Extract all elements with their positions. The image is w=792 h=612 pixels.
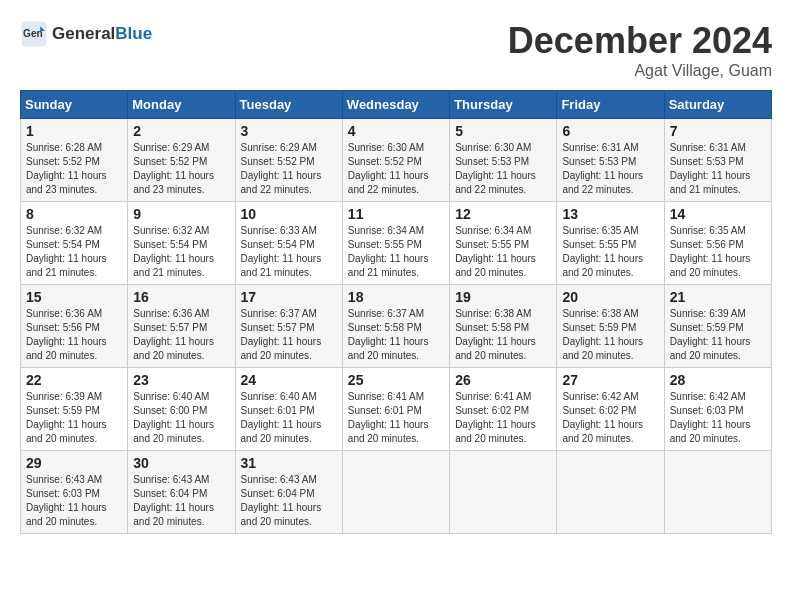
day-number: 24 bbox=[241, 372, 337, 388]
day-header-friday: Friday bbox=[557, 91, 664, 119]
location-title: Agat Village, Guam bbox=[508, 62, 772, 80]
calendar-cell: 17Sunrise: 6:37 AMSunset: 5:57 PMDayligh… bbox=[235, 285, 342, 368]
calendar-cell: 16Sunrise: 6:36 AMSunset: 5:57 PMDayligh… bbox=[128, 285, 235, 368]
day-header-thursday: Thursday bbox=[450, 91, 557, 119]
day-number: 27 bbox=[562, 372, 658, 388]
day-number: 2 bbox=[133, 123, 229, 139]
calendar-cell: 6Sunrise: 6:31 AMSunset: 5:53 PMDaylight… bbox=[557, 119, 664, 202]
cell-content: Sunrise: 6:34 AMSunset: 5:55 PMDaylight:… bbox=[348, 224, 444, 280]
day-number: 26 bbox=[455, 372, 551, 388]
calendar-week-4: 29Sunrise: 6:43 AMSunset: 6:03 PMDayligh… bbox=[21, 451, 772, 534]
day-number: 14 bbox=[670, 206, 766, 222]
day-number: 11 bbox=[348, 206, 444, 222]
logo-text: GeneralBlue bbox=[52, 24, 152, 44]
day-header-tuesday: Tuesday bbox=[235, 91, 342, 119]
cell-content: Sunrise: 6:37 AMSunset: 5:58 PMDaylight:… bbox=[348, 307, 444, 363]
calendar-cell: 22Sunrise: 6:39 AMSunset: 5:59 PMDayligh… bbox=[21, 368, 128, 451]
calendar-cell: 2Sunrise: 6:29 AMSunset: 5:52 PMDaylight… bbox=[128, 119, 235, 202]
cell-content: Sunrise: 6:35 AMSunset: 5:55 PMDaylight:… bbox=[562, 224, 658, 280]
logo: Gen GeneralBlue bbox=[20, 20, 152, 48]
day-number: 25 bbox=[348, 372, 444, 388]
day-number: 20 bbox=[562, 289, 658, 305]
cell-content: Sunrise: 6:43 AMSunset: 6:04 PMDaylight:… bbox=[133, 473, 229, 529]
cell-content: Sunrise: 6:32 AMSunset: 5:54 PMDaylight:… bbox=[133, 224, 229, 280]
cell-content: Sunrise: 6:39 AMSunset: 5:59 PMDaylight:… bbox=[26, 390, 122, 446]
day-number: 18 bbox=[348, 289, 444, 305]
calendar-cell bbox=[664, 451, 771, 534]
day-number: 22 bbox=[26, 372, 122, 388]
day-header-saturday: Saturday bbox=[664, 91, 771, 119]
day-number: 15 bbox=[26, 289, 122, 305]
day-number: 17 bbox=[241, 289, 337, 305]
day-number: 10 bbox=[241, 206, 337, 222]
cell-content: Sunrise: 6:33 AMSunset: 5:54 PMDaylight:… bbox=[241, 224, 337, 280]
calendar-week-2: 15Sunrise: 6:36 AMSunset: 5:56 PMDayligh… bbox=[21, 285, 772, 368]
calendar-cell: 25Sunrise: 6:41 AMSunset: 6:01 PMDayligh… bbox=[342, 368, 449, 451]
calendar-cell: 31Sunrise: 6:43 AMSunset: 6:04 PMDayligh… bbox=[235, 451, 342, 534]
day-number: 13 bbox=[562, 206, 658, 222]
day-number: 7 bbox=[670, 123, 766, 139]
cell-content: Sunrise: 6:43 AMSunset: 6:03 PMDaylight:… bbox=[26, 473, 122, 529]
cell-content: Sunrise: 6:42 AMSunset: 6:03 PMDaylight:… bbox=[670, 390, 766, 446]
calendar-cell: 14Sunrise: 6:35 AMSunset: 5:56 PMDayligh… bbox=[664, 202, 771, 285]
calendar-cell bbox=[342, 451, 449, 534]
logo-general: General bbox=[52, 24, 115, 43]
cell-content: Sunrise: 6:42 AMSunset: 6:02 PMDaylight:… bbox=[562, 390, 658, 446]
day-number: 1 bbox=[26, 123, 122, 139]
calendar-cell: 26Sunrise: 6:41 AMSunset: 6:02 PMDayligh… bbox=[450, 368, 557, 451]
day-number: 8 bbox=[26, 206, 122, 222]
calendar-cell: 29Sunrise: 6:43 AMSunset: 6:03 PMDayligh… bbox=[21, 451, 128, 534]
day-number: 19 bbox=[455, 289, 551, 305]
cell-content: Sunrise: 6:36 AMSunset: 5:57 PMDaylight:… bbox=[133, 307, 229, 363]
calendar-cell: 20Sunrise: 6:38 AMSunset: 5:59 PMDayligh… bbox=[557, 285, 664, 368]
cell-content: Sunrise: 6:36 AMSunset: 5:56 PMDaylight:… bbox=[26, 307, 122, 363]
cell-content: Sunrise: 6:41 AMSunset: 6:01 PMDaylight:… bbox=[348, 390, 444, 446]
cell-content: Sunrise: 6:34 AMSunset: 5:55 PMDaylight:… bbox=[455, 224, 551, 280]
svg-text:Gen: Gen bbox=[23, 28, 43, 39]
day-header-wednesday: Wednesday bbox=[342, 91, 449, 119]
day-number: 6 bbox=[562, 123, 658, 139]
calendar-cell: 4Sunrise: 6:30 AMSunset: 5:52 PMDaylight… bbox=[342, 119, 449, 202]
calendar-cell: 15Sunrise: 6:36 AMSunset: 5:56 PMDayligh… bbox=[21, 285, 128, 368]
calendar-cell: 27Sunrise: 6:42 AMSunset: 6:02 PMDayligh… bbox=[557, 368, 664, 451]
calendar-cell: 18Sunrise: 6:37 AMSunset: 5:58 PMDayligh… bbox=[342, 285, 449, 368]
calendar-cell: 21Sunrise: 6:39 AMSunset: 5:59 PMDayligh… bbox=[664, 285, 771, 368]
calendar-cell: 13Sunrise: 6:35 AMSunset: 5:55 PMDayligh… bbox=[557, 202, 664, 285]
calendar-cell: 7Sunrise: 6:31 AMSunset: 5:53 PMDaylight… bbox=[664, 119, 771, 202]
calendar-cell: 12Sunrise: 6:34 AMSunset: 5:55 PMDayligh… bbox=[450, 202, 557, 285]
day-number: 3 bbox=[241, 123, 337, 139]
calendar-cell: 10Sunrise: 6:33 AMSunset: 5:54 PMDayligh… bbox=[235, 202, 342, 285]
cell-content: Sunrise: 6:40 AMSunset: 6:01 PMDaylight:… bbox=[241, 390, 337, 446]
day-number: 5 bbox=[455, 123, 551, 139]
day-header-sunday: Sunday bbox=[21, 91, 128, 119]
title-area: December 2024 Agat Village, Guam bbox=[508, 20, 772, 80]
calendar-cell: 8Sunrise: 6:32 AMSunset: 5:54 PMDaylight… bbox=[21, 202, 128, 285]
cell-content: Sunrise: 6:41 AMSunset: 6:02 PMDaylight:… bbox=[455, 390, 551, 446]
calendar-cell bbox=[450, 451, 557, 534]
cell-content: Sunrise: 6:32 AMSunset: 5:54 PMDaylight:… bbox=[26, 224, 122, 280]
cell-content: Sunrise: 6:31 AMSunset: 5:53 PMDaylight:… bbox=[562, 141, 658, 197]
calendar-cell: 5Sunrise: 6:30 AMSunset: 5:53 PMDaylight… bbox=[450, 119, 557, 202]
cell-content: Sunrise: 6:29 AMSunset: 5:52 PMDaylight:… bbox=[241, 141, 337, 197]
calendar-week-0: 1Sunrise: 6:28 AMSunset: 5:52 PMDaylight… bbox=[21, 119, 772, 202]
cell-content: Sunrise: 6:40 AMSunset: 6:00 PMDaylight:… bbox=[133, 390, 229, 446]
calendar-week-3: 22Sunrise: 6:39 AMSunset: 5:59 PMDayligh… bbox=[21, 368, 772, 451]
calendar-cell: 19Sunrise: 6:38 AMSunset: 5:58 PMDayligh… bbox=[450, 285, 557, 368]
cell-content: Sunrise: 6:30 AMSunset: 5:53 PMDaylight:… bbox=[455, 141, 551, 197]
day-number: 31 bbox=[241, 455, 337, 471]
page-header: Gen GeneralBlue December 2024 Agat Villa… bbox=[20, 20, 772, 80]
month-title: December 2024 bbox=[508, 20, 772, 62]
cell-content: Sunrise: 6:39 AMSunset: 5:59 PMDaylight:… bbox=[670, 307, 766, 363]
logo-icon: Gen bbox=[20, 20, 48, 48]
cell-content: Sunrise: 6:35 AMSunset: 5:56 PMDaylight:… bbox=[670, 224, 766, 280]
logo-blue: Blue bbox=[115, 24, 152, 43]
day-number: 21 bbox=[670, 289, 766, 305]
day-number: 9 bbox=[133, 206, 229, 222]
cell-content: Sunrise: 6:30 AMSunset: 5:52 PMDaylight:… bbox=[348, 141, 444, 197]
cell-content: Sunrise: 6:28 AMSunset: 5:52 PMDaylight:… bbox=[26, 141, 122, 197]
calendar-cell: 1Sunrise: 6:28 AMSunset: 5:52 PMDaylight… bbox=[21, 119, 128, 202]
cell-content: Sunrise: 6:38 AMSunset: 5:59 PMDaylight:… bbox=[562, 307, 658, 363]
calendar-header-row: SundayMondayTuesdayWednesdayThursdayFrid… bbox=[21, 91, 772, 119]
calendar-cell: 23Sunrise: 6:40 AMSunset: 6:00 PMDayligh… bbox=[128, 368, 235, 451]
cell-content: Sunrise: 6:37 AMSunset: 5:57 PMDaylight:… bbox=[241, 307, 337, 363]
